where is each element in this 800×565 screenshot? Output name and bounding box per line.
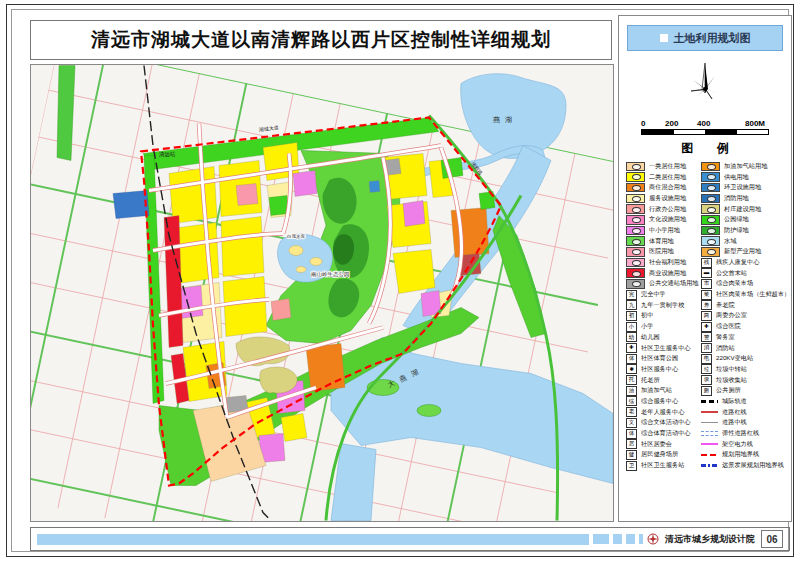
lake-ne-label: 燕湖	[493, 116, 517, 124]
legend-item: 服务设施用地	[626, 193, 701, 204]
legend-item: 体育用地	[626, 236, 701, 247]
legend-label: 垃圾中转站	[716, 365, 747, 374]
legend-swatch	[701, 247, 720, 257]
legend-symbol-icon: 体	[626, 429, 637, 439]
station-label: 清远站	[159, 151, 176, 158]
legend-swatch	[626, 172, 645, 182]
legend-label: 残疾人康复中心	[716, 258, 759, 267]
legend-item: 村庄建设用地	[701, 204, 787, 215]
legend-symbol-icon: 市	[701, 279, 712, 289]
legend-item: 厕公共厕所	[701, 385, 787, 396]
legend-label: 托老所	[641, 376, 660, 385]
legend-item: 居社区居委会	[626, 439, 701, 450]
legend-item: 初初中	[626, 311, 701, 322]
legend-label: 两委办公室	[716, 311, 747, 320]
legend-item: 健居民健身场所	[626, 450, 701, 461]
legend-swatch	[701, 194, 720, 204]
legend-item: 公共交通站场用地	[626, 279, 701, 290]
panel-header-label: 土地利用规划图	[674, 31, 751, 46]
legend-label: 社区肉菜市场（生鲜超市）	[716, 290, 790, 299]
legend-item: 道路红线	[701, 407, 787, 418]
legend-swatch	[626, 183, 645, 193]
legend-item: 电220KV变电站	[701, 353, 787, 364]
legend-label: 行政办公用地	[649, 205, 686, 214]
legend-swatch	[626, 204, 645, 214]
legend-swatch	[701, 162, 720, 172]
legend-label: 警务室	[716, 333, 735, 342]
legend-label: 规划用地界线	[722, 450, 759, 459]
legend-symbol-icon: ✚	[701, 322, 712, 332]
legend-swatch	[626, 247, 645, 257]
legend-item: 残残疾人康复中心	[701, 257, 787, 268]
legend-label: 综合服务中心	[641, 397, 678, 406]
footer-square	[639, 534, 643, 544]
legend-item: 城际轨道	[701, 396, 787, 407]
legend-swatch	[626, 236, 645, 246]
legend-symbol-icon: 垃	[701, 364, 712, 374]
legend-swatch	[626, 162, 645, 172]
legend-label: 医院用地	[649, 247, 674, 256]
legend-label: 社会福利用地	[649, 258, 686, 267]
legend-item: 规划用地界线	[701, 450, 787, 461]
legend-item: 垃垃圾中转站	[701, 364, 787, 375]
legend-label: 文化设施用地	[649, 215, 686, 224]
legend-item: 二类居住用地	[626, 172, 701, 183]
legend-item: 中小学用地	[626, 225, 701, 236]
legend-item: 市综合肉菜市场	[701, 279, 787, 290]
legend-symbol-icon: 卫	[626, 461, 637, 471]
page: 清远市湖城大道以南清辉路以西片区控制性详细规划	[0, 0, 800, 565]
legend-label: 加油加气站用地	[724, 162, 767, 171]
legend-label: 综合医院	[716, 322, 741, 331]
legend-symbol-icon: 残	[701, 258, 712, 268]
legend-label: 小学	[641, 322, 653, 331]
legend-column-right: 加油加气站用地供电用地环卫设施用地消防用地村庄建设用地公园绿地防护绿地水域新型产…	[701, 161, 787, 471]
legend-item: 加油加气站用地	[701, 161, 787, 172]
legend-label: 新型产业用地	[724, 247, 761, 256]
footer-square	[593, 534, 609, 544]
legend-label: 消防站	[716, 344, 735, 353]
reservoir-label: 白莲水库	[287, 234, 306, 239]
legend-symbol-icon: 油	[626, 386, 637, 396]
legend-item: 九九年一贯制学校	[626, 300, 701, 311]
legend-symbol-icon: 文	[626, 418, 637, 428]
legend-label: 一类居住用地	[649, 162, 686, 171]
legend-symbol-icon: 托	[626, 375, 637, 385]
legend-label: 弹性道路红线	[722, 429, 759, 438]
institute-logo-icon	[647, 533, 659, 545]
legend-item: 商住混合用地	[626, 182, 701, 193]
legend-line-sample	[701, 443, 718, 445]
square-icon	[660, 34, 668, 42]
legend-line-sample	[701, 454, 718, 457]
planning-map: 燕湖 大 燕 湖 清远站 南山岭生态公园 白莲水库 湖城大道 清辉路	[31, 65, 613, 521]
page-title: 清远市湖城大道以南清辉路以西片区控制性详细规划	[91, 27, 551, 53]
legend-label: 社区服务中心	[641, 365, 678, 374]
legend-label: 居民健身场所	[641, 450, 678, 459]
legend-label: 加油加气站	[641, 386, 672, 395]
legend-label: 社区体育公园	[641, 354, 678, 363]
legend-swatch	[701, 172, 720, 182]
legend-symbol-icon: 厕	[701, 386, 712, 396]
legend-symbol-icon: 幼	[626, 332, 637, 342]
legend-swatch	[626, 215, 645, 225]
legend-symbol-icon: 圾	[701, 375, 712, 385]
legend-label: 商住混合用地	[649, 183, 686, 192]
title-box: 清远市湖城大道以南清辉路以西片区控制性详细规划	[30, 20, 612, 60]
footer-square	[613, 534, 622, 544]
legend-item: 消防用地	[701, 193, 787, 204]
legend-line-sample	[701, 411, 718, 413]
legend-symbol-icon: 健	[626, 450, 637, 460]
legend-item: 防护绿地	[701, 225, 787, 236]
panel-header: 土地利用规划图	[627, 25, 783, 51]
legend-symbol-icon: 消	[701, 343, 712, 353]
legend-columns: 一类居住用地二类居住用地商住混合用地服务设施用地行政办公用地文化设施用地中小学用…	[619, 161, 791, 471]
legend-symbol-icon: 养	[701, 300, 712, 310]
legend-item: 菜社区肉菜市场（生鲜超市）	[701, 289, 787, 300]
legend-label: 老年人服务中心	[641, 408, 684, 417]
legend-label: 城际轨道	[722, 397, 747, 406]
legend-label: 综合体育活动中心	[641, 429, 691, 438]
legend-swatch	[626, 194, 645, 204]
legend-item: 社会福利用地	[626, 257, 701, 268]
legend-label: 商业设施用地	[649, 269, 686, 278]
legend-item: ✚社区卫生服务中心	[626, 343, 701, 354]
legend-item: 消消防站	[701, 343, 787, 354]
